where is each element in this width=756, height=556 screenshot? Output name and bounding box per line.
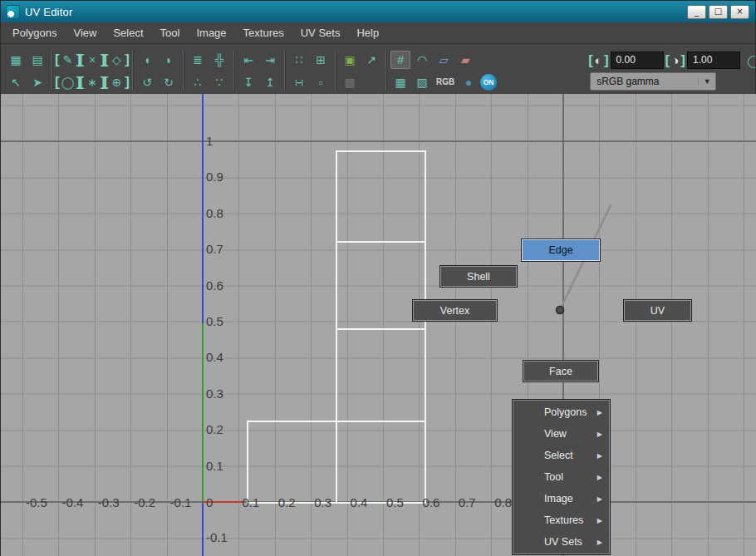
single-tile-icon[interactable]: ▫: [311, 73, 331, 91]
v-axis-unit-segment: [202, 323, 204, 502]
frame-all-icon[interactable]: ↗: [361, 51, 381, 69]
exposure-icon: ◐: [595, 53, 602, 67]
marking-menu-item-uv-sets[interactable]: UV Sets▶: [513, 531, 609, 553]
chevron-down-icon: ▼: [698, 77, 715, 86]
grab-uv-tool-icon[interactable]: ⊕: [106, 73, 126, 91]
marking-menu-uv[interactable]: UV: [624, 300, 691, 321]
y-axis-tick: 0.5: [206, 314, 223, 328]
x-axis-tick: 0.5: [386, 495, 404, 509]
smooth-uv-tool-icon[interactable]: ◯: [58, 73, 78, 91]
sew-uv-tool-icon[interactable]: ◇: [106, 51, 126, 69]
gather-uvs-icon[interactable]: ∷: [289, 51, 309, 69]
y-axis-tick: 0.8: [206, 206, 223, 220]
uv-shell-edge: [336, 241, 426, 243]
marking-menu-item-view[interactable]: View▶: [513, 423, 609, 445]
distribute-v-icon[interactable]: ∵: [209, 73, 229, 91]
stack-shells-icon[interactable]: ⊞: [311, 51, 331, 69]
toolbar-groups: ▦▤↖➤[✎][×][◇][◯][∗][⊕]◖◗↺↻≣╬∴∵⇤⇥↧↥∷⊞∺▫▣↗…: [6, 49, 497, 92]
x-axis-tick: -0.1: [170, 495, 192, 509]
uv-snapshot-icon[interactable]: ▣: [340, 51, 360, 69]
overlap-display-icon[interactable]: ▱: [434, 51, 454, 69]
align-right-icon[interactable]: ⇥: [260, 51, 280, 69]
flip-u-icon[interactable]: ◖: [137, 51, 157, 69]
x-axis-tick: -0.5: [26, 495, 47, 509]
cut-uv-tool-icon[interactable]: ×: [82, 51, 102, 69]
grid-display-icon[interactable]: #: [390, 51, 410, 69]
x-axis-tick: 0.3: [314, 495, 331, 509]
pencil-tool-icon[interactable]: ✎: [58, 51, 78, 69]
checker-map-icon[interactable]: ▩: [340, 73, 360, 91]
marking-menu-item-image[interactable]: Image▶: [513, 488, 609, 509]
x-axis-tick: 0.4: [351, 495, 368, 509]
histogram-icon[interactable]: ◯: [744, 52, 755, 70]
x-axis-tick: 0: [206, 495, 213, 509]
submenu-arrow-icon: ▶: [597, 431, 602, 438]
move-uv-shell-icon[interactable]: ▤: [27, 51, 47, 69]
uv-canvas[interactable]: Polygons▶View▶Select▶Tool▶Image▶Textures…: [1, 94, 756, 556]
x-axis-tick: -0.2: [134, 495, 155, 509]
layout-uvs-icon[interactable]: ╬: [209, 51, 229, 69]
uv-lattice-icon[interactable]: ▦: [6, 51, 26, 69]
pick-cursor-icon[interactable]: ➤: [27, 73, 47, 91]
menu-item-label: Polygons: [544, 406, 587, 418]
close-button[interactable]: ×: [730, 5, 749, 19]
gamma-icon: ◑: [671, 53, 679, 67]
align-top-icon[interactable]: ↥: [260, 73, 280, 91]
toolbar-image-range: [ ◐ ] 0.00 [ ◑ ] 1.00 ◯: [590, 52, 750, 70]
y-axis-tick: 1: [206, 134, 213, 148]
marking-menu-shell[interactable]: Shell: [440, 266, 517, 287]
minimize-button[interactable]: _: [687, 5, 706, 19]
x-axis-tick: 0.2: [278, 495, 296, 509]
toolbar-separator: [335, 51, 336, 91]
colorspace-value: sRGB gamma: [591, 76, 698, 87]
maya-logo-icon: [6, 5, 20, 19]
colorspace-dropdown[interactable]: sRGB gamma ▼: [590, 72, 716, 91]
x-axis-tick: 0.8: [494, 495, 512, 509]
symmetrize-tool-icon[interactable]: ∗: [82, 73, 102, 91]
menu-item-label: View: [544, 428, 567, 440]
menu-item-uv-sets[interactable]: UV Sets: [292, 27, 349, 39]
align-left-icon[interactable]: ⇤: [238, 51, 258, 69]
y-axis-tick: 0.9: [206, 170, 223, 184]
randomize-shells-icon[interactable]: ∺: [289, 73, 309, 91]
align-bottom-icon[interactable]: ↧: [238, 73, 258, 91]
marking-menu-item-select[interactable]: Select▶: [513, 445, 609, 466]
distribute-u-icon[interactable]: ∴: [188, 73, 208, 91]
uv-shell-edge: [336, 421, 426, 422]
rgb-channels-button[interactable]: RGB: [434, 73, 457, 91]
on-toggle-button[interactable]: ON: [480, 74, 497, 91]
rotate-cw-icon[interactable]: ↻: [159, 73, 179, 91]
menu-item-textures[interactable]: Textures: [235, 27, 292, 39]
menu-item-label: Textures: [544, 514, 583, 526]
alpha-channel-icon[interactable]: ●: [459, 73, 479, 91]
marking-menu-item-polygons[interactable]: Polygons▶: [513, 401, 609, 423]
align-shells-icon[interactable]: ≣: [188, 51, 208, 69]
rotate-ccw-icon[interactable]: ↺: [137, 73, 157, 91]
toolbar-separator: [284, 51, 285, 91]
select-cursor-icon[interactable]: ↖: [6, 73, 26, 91]
bracket-icon: ]: [680, 52, 685, 69]
marking-menu-edge[interactable]: Edge: [522, 239, 600, 261]
uv-shell-strip: [336, 150, 426, 504]
dither-display-icon[interactable]: ▨: [412, 73, 432, 91]
marking-menu-face[interactable]: Face: [523, 361, 598, 381]
toolbar-right: [ ◐ ] 0.00 [ ◑ ] 1.00 ◯ sRGB gamma ▼: [590, 52, 750, 91]
maximize-button[interactable]: □: [709, 5, 728, 19]
gamma-field[interactable]: 1.00: [687, 52, 740, 69]
flip-v-icon[interactable]: ◗: [159, 51, 179, 69]
menu-item-help[interactable]: Help: [348, 27, 387, 39]
menu-item-label: Tool: [544, 471, 563, 483]
distortion-display-icon[interactable]: ◠: [412, 51, 432, 69]
texture-grid-icon[interactable]: ▦: [390, 73, 410, 91]
menu-item-polygons[interactable]: Polygons: [4, 27, 65, 39]
marking-menu-item-tool[interactable]: Tool▶: [513, 466, 609, 488]
flipped-display-icon[interactable]: ▰: [455, 51, 475, 69]
menu-item-select[interactable]: Select: [105, 27, 151, 39]
menu-item-tool[interactable]: Tool: [152, 27, 189, 39]
menu-item-image[interactable]: Image: [188, 27, 234, 39]
titlebar[interactable]: UV Editor _ □ ×: [1, 1, 755, 22]
menu-item-view[interactable]: View: [65, 27, 105, 39]
exposure-field[interactable]: 0.00: [611, 52, 664, 69]
marking-menu-item-textures[interactable]: Textures▶: [513, 509, 609, 531]
marking-menu-vertex[interactable]: Vertex: [413, 300, 497, 321]
